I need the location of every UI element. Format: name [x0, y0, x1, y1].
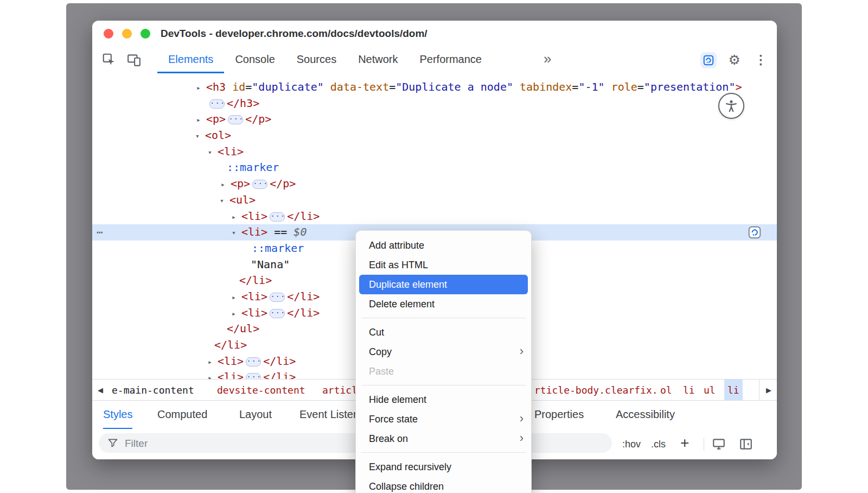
filterbar-divider [704, 438, 704, 451]
breadcrumb-scroll-right-icon[interactable]: ▶ [759, 380, 776, 401]
inline-expand-icon[interactable]: ··· [228, 115, 243, 124]
menu-item-break-on[interactable]: Break on› [356, 429, 531, 448]
expand-arrow-collapsed-icon[interactable]: ▸ [208, 354, 218, 370]
token-val: "Duplicate a node" [395, 80, 513, 93]
scroll-badge-icon[interactable] [748, 225, 762, 239]
token-tag: </p> [270, 177, 296, 190]
dom-node[interactable]: ▸<h3 id="duplicate" data-text="Duplicate… [92, 79, 777, 96]
dom-node[interactable]: ▾<ol> [92, 128, 777, 144]
breadcrumb-item-ul[interactable]: ul [704, 380, 716, 401]
menu-item-hide-element[interactable]: Hide element [356, 390, 531, 409]
expand-arrow-collapsed-icon[interactable]: ▸ [221, 176, 231, 193]
dom-node[interactable]: ▸<li>···</li> [92, 208, 777, 225]
dom-node[interactable]: ▾<li> [92, 144, 777, 160]
dom-node[interactable]: ::marker [92, 160, 777, 176]
close-window-button[interactable] [104, 29, 113, 39]
dom-node[interactable]: ▸<p>···</p> [92, 176, 777, 192]
inline-expand-icon[interactable]: ··· [270, 293, 285, 302]
menu-item-edit-as-html[interactable]: Edit as HTML [356, 255, 531, 275]
submenu-chevron-icon: › [520, 409, 524, 428]
inspect-element-icon[interactable] [102, 53, 116, 67]
toolbar-right: ⚙ ⋮ [700, 47, 769, 73]
breadcrumb-item-rticle-body-clearfix-[interactable]: rticle-body.clearfix. [534, 380, 658, 401]
inline-expand-icon[interactable]: ··· [209, 99, 225, 109]
row-more-actions-icon[interactable]: ⋯ [97, 224, 103, 241]
expand-arrow-open-icon[interactable]: ▾ [208, 144, 218, 161]
dom-node[interactable]: ▸<p>···</p> [92, 111, 777, 128]
token-plain: == [267, 225, 293, 238]
breadcrumb-scroll-left-icon[interactable]: ◀ [93, 380, 107, 401]
menu-item-expand-recursively[interactable]: Expand recursively [356, 457, 531, 477]
menu-item-delete-element[interactable]: Delete element [356, 294, 531, 314]
tab-network[interactable]: Network [347, 47, 409, 73]
token-pseudo: ::marker [227, 161, 279, 174]
expand-arrow-open-icon[interactable]: ▾ [195, 128, 205, 144]
kebab-menu-icon[interactable]: ⋮ [752, 54, 769, 66]
window-title: DevTools - developer.chrome.com/docs/dev… [161, 21, 427, 47]
tab-performance[interactable]: Performance [409, 47, 493, 73]
inline-expand-icon[interactable]: ··· [270, 212, 285, 222]
sidebar-tab-accessibility[interactable]: Accessibility [616, 401, 675, 429]
token-pseudo: ::marker [252, 242, 304, 255]
expand-arrow-open-icon[interactable]: ▾ [220, 193, 229, 209]
token-plain: "Nana" [251, 258, 290, 271]
expand-arrow-collapsed-icon[interactable]: ▸ [232, 289, 241, 306]
token-plain: = [389, 80, 395, 93]
expand-arrow-collapsed-icon[interactable]: ▸ [196, 80, 206, 96]
sidebar-tab-properties[interactable]: Properties [534, 401, 584, 429]
inline-expand-icon[interactable]: ··· [246, 357, 261, 366]
token-tag: </li> [214, 338, 247, 351]
inline-expand-icon[interactable]: ··· [252, 180, 267, 189]
menu-item-paste: Paste [356, 362, 531, 381]
tab-console[interactable]: Console [224, 47, 285, 73]
breadcrumb-item-li[interactable]: li [724, 380, 743, 401]
token-attr: tabindex [520, 80, 572, 93]
context-menu: Add attributeEdit as HTMLDuplicate eleme… [355, 230, 532, 493]
token-plain: = [637, 80, 644, 93]
expand-arrow-collapsed-icon[interactable]: ▸ [208, 370, 218, 379]
menu-item-collapse-children[interactable]: Collapse children [356, 477, 531, 493]
sidebar-tab-layout[interactable]: Layout [239, 401, 272, 429]
zoom-window-button[interactable] [141, 29, 150, 39]
menu-item-copy[interactable]: Copy› [356, 342, 531, 362]
menu-item-duplicate-element[interactable]: Duplicate element [359, 275, 528, 294]
menu-item-force-state[interactable]: Force state› [356, 409, 531, 429]
element-capture-icon[interactable] [700, 52, 717, 68]
dom-node[interactable]: ▾<ul> [92, 192, 777, 208]
inline-expand-icon[interactable]: ··· [246, 373, 261, 379]
expand-arrow-collapsed-icon[interactable]: ▸ [232, 306, 241, 322]
expand-arrow-open-icon[interactable]: ▾ [232, 225, 241, 241]
menu-item-add-attribute[interactable]: Add attribute [356, 236, 531, 255]
token-tag: </h3> [227, 97, 259, 110]
menu-separator [361, 452, 526, 453]
menu-separator [361, 318, 526, 318]
breadcrumb-item-e-main-content[interactable]: e-main-content [112, 380, 194, 401]
sidebar-tab-styles[interactable]: Styles [103, 401, 132, 429]
minimize-window-button[interactable] [122, 29, 132, 39]
more-tabs-icon[interactable]: » [536, 47, 559, 72]
expand-arrow-collapsed-icon[interactable]: ▸ [196, 112, 206, 128]
device-toolbar-icon[interactable] [127, 53, 141, 67]
toggle-hover-state-button[interactable]: :hov [622, 429, 641, 459]
toggle-class-button[interactable]: .cls [651, 429, 666, 459]
breadcrumb-item-li[interactable]: li [683, 380, 695, 401]
sidebar-tab-computed[interactable]: Computed [157, 401, 207, 429]
token-tag: <li> [218, 370, 244, 379]
new-style-rule-button[interactable]: + [680, 429, 689, 459]
menu-item-cut[interactable]: Cut [356, 323, 531, 342]
tab-elements[interactable]: Elements [157, 47, 224, 73]
breadcrumb-item-devsite-content[interactable]: devsite-content [217, 380, 305, 401]
styles-filter-input[interactable] [124, 434, 343, 453]
settings-gear-icon[interactable]: ⚙ [729, 53, 741, 67]
expand-arrow-collapsed-icon[interactable]: ▸ [232, 209, 241, 225]
token-tag: </li> [239, 274, 272, 287]
dom-node[interactable]: ···</h3> [92, 96, 777, 112]
rendering-monitor-icon[interactable] [712, 437, 726, 451]
filter-funnel-icon [107, 438, 118, 448]
tab-sources[interactable]: Sources [286, 47, 347, 73]
breadcrumb-item-ol[interactable]: ol [660, 380, 672, 401]
token-plain [324, 80, 330, 93]
token-plain: = [572, 80, 578, 93]
toggle-sidebar-panel-icon[interactable] [739, 437, 753, 451]
inline-expand-icon[interactable]: ··· [270, 309, 285, 318]
